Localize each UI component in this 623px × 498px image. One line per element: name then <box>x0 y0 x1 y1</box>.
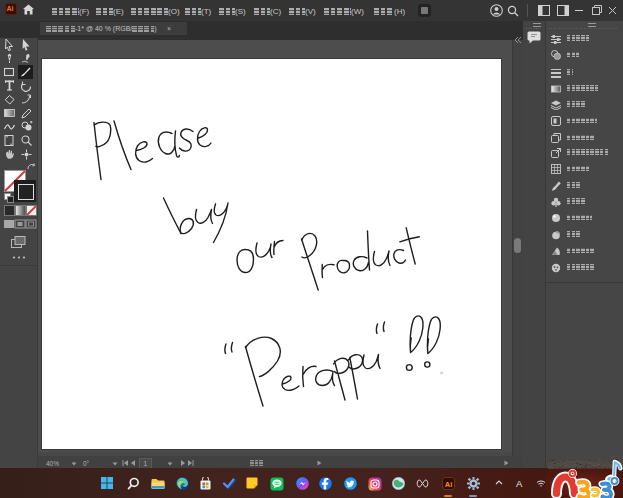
svg-text:Ai: Ai <box>444 479 452 488</box>
